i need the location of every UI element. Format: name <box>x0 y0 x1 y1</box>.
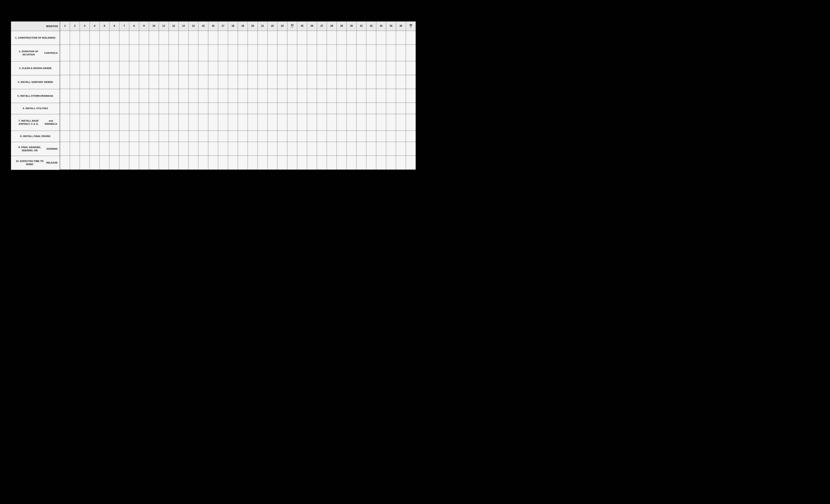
cell-row-10-month-27 <box>317 156 327 169</box>
cell-row-10-month-16 <box>208 156 218 169</box>
month-header-28: 28 <box>327 22 337 31</box>
cell-row-8-month-17 <box>218 131 228 142</box>
cell-row-7-month-36 <box>406 114 416 130</box>
cell-row-7-month-7 <box>119 114 129 130</box>
cell-row-5-month-28 <box>327 89 337 102</box>
cell-row-8-month-2 <box>70 131 79 142</box>
cell-row-6-month-8 <box>129 103 139 114</box>
data-row-row-3 <box>60 61 416 75</box>
cell-row-1-month-13 <box>179 31 188 44</box>
cell-row-3-month-10 <box>149 61 159 75</box>
month-header-6: 6 <box>109 22 119 31</box>
cell-row-8-month-11 <box>159 131 168 142</box>
cell-row-3-month-31 <box>356 61 366 75</box>
cell-row-5-month-2 <box>70 89 79 102</box>
cell-row-8-month-13 <box>179 131 188 142</box>
cell-row-2-month-11 <box>159 45 168 61</box>
cell-row-1-month-35 <box>396 31 406 44</box>
cell-row-9-month-32 <box>366 142 376 156</box>
cell-row-6-month-31 <box>356 103 366 114</box>
cell-row-9-month-6 <box>109 142 119 156</box>
cell-row-9-month-9 <box>139 142 149 156</box>
months-header-row: 123456789101112131415161718192021222324*… <box>60 21 416 31</box>
cell-row-4-month-24 <box>287 75 297 89</box>
cell-row-7-month-27 <box>317 114 327 130</box>
cell-row-3-month-19 <box>238 61 248 75</box>
cell-row-2-month-31 <box>356 45 366 61</box>
cell-row-7-month-20 <box>248 114 257 130</box>
cell-row-2-month-36 <box>406 45 416 61</box>
cell-row-9-month-20 <box>248 142 257 156</box>
cell-row-10-month-18 <box>228 156 238 169</box>
cell-row-9-month-13 <box>179 142 188 156</box>
cell-row-1-month-7 <box>119 31 129 44</box>
cell-row-5-month-17 <box>218 89 228 102</box>
cell-row-2-month-4 <box>90 45 99 61</box>
cell-row-1-month-27 <box>317 31 327 44</box>
cell-row-6-month-18 <box>228 103 238 114</box>
month-header-36: 36** <box>406 22 416 31</box>
cell-row-1-month-16 <box>208 31 218 44</box>
cell-row-3-month-17 <box>218 61 228 75</box>
cell-row-6-month-13 <box>179 103 188 114</box>
label-row-10: 10. EXPECTED TIME TO BONDRELEASE <box>11 156 60 170</box>
month-header-27: 27 <box>317 22 327 31</box>
cell-row-5-month-6 <box>109 89 119 102</box>
label-row-5: 5. INSTALL STORM DRAINAGE <box>11 89 60 103</box>
month-header-31: 31 <box>356 22 366 31</box>
cell-row-1-month-30 <box>346 31 356 44</box>
month-header-35: 35 <box>396 22 406 31</box>
cell-row-1-month-26 <box>307 31 317 44</box>
cell-row-8-month-29 <box>337 131 346 142</box>
cell-row-2-month-9 <box>139 45 149 61</box>
cell-row-1-month-20 <box>248 31 257 44</box>
data-row-row-7 <box>60 114 416 131</box>
cell-row-2-month-14 <box>188 45 198 61</box>
cell-row-2-month-1 <box>60 45 70 61</box>
cell-row-5-month-8 <box>129 89 139 102</box>
cell-row-10-month-36 <box>406 156 416 169</box>
cell-row-2-month-5 <box>99 45 109 61</box>
month-header-15: 15 <box>198 22 208 31</box>
cell-row-10-month-4 <box>90 156 99 169</box>
month-header-10: 10 <box>149 22 159 31</box>
cell-row-4-month-21 <box>257 75 267 89</box>
cell-row-3-month-12 <box>168 61 179 75</box>
cell-row-2-month-33 <box>376 45 386 61</box>
label-row-2: 2. DURATION OF SILTATIONCONTROLS <box>11 45 60 61</box>
cell-row-6-month-27 <box>317 103 327 114</box>
cell-row-1-month-8 <box>129 31 139 44</box>
cell-row-9-month-35 <box>396 142 406 156</box>
cell-row-5-month-15 <box>198 89 208 102</box>
cell-row-10-month-31 <box>356 156 366 169</box>
cell-row-7-month-31 <box>356 114 366 130</box>
cell-row-4-month-3 <box>79 75 90 89</box>
cell-row-10-month-28 <box>327 156 337 169</box>
cell-row-4-month-10 <box>149 75 159 89</box>
month-header-24: 24** <box>287 22 297 31</box>
cell-row-3-month-21 <box>257 61 267 75</box>
cell-row-6-month-33 <box>376 103 386 114</box>
cell-row-8-month-7 <box>119 131 129 142</box>
cell-row-9-month-36 <box>406 142 416 156</box>
cell-row-7-month-28 <box>327 114 337 130</box>
cell-row-4-month-30 <box>346 75 356 89</box>
cell-row-8-month-3 <box>79 131 90 142</box>
data-row-row-6 <box>60 103 416 114</box>
month-header-16: 16 <box>208 22 218 31</box>
cell-row-8-month-12 <box>168 131 179 142</box>
month-header-14: 14 <box>188 22 198 31</box>
cell-row-10-month-19 <box>238 156 248 169</box>
cell-row-1-month-32 <box>366 31 376 44</box>
cell-row-10-month-26 <box>307 156 317 169</box>
cell-row-2-month-24 <box>287 45 297 61</box>
cell-row-8-month-1 <box>60 131 70 142</box>
cell-row-10-month-14 <box>188 156 198 169</box>
cell-row-1-month-5 <box>99 31 109 44</box>
month-header-25: 25 <box>297 22 307 31</box>
cell-row-5-month-35 <box>396 89 406 102</box>
month-header-2: 2 <box>70 22 79 31</box>
cell-row-6-month-3 <box>79 103 90 114</box>
cell-row-10-month-6 <box>109 156 119 169</box>
cell-row-7-month-26 <box>307 114 317 130</box>
